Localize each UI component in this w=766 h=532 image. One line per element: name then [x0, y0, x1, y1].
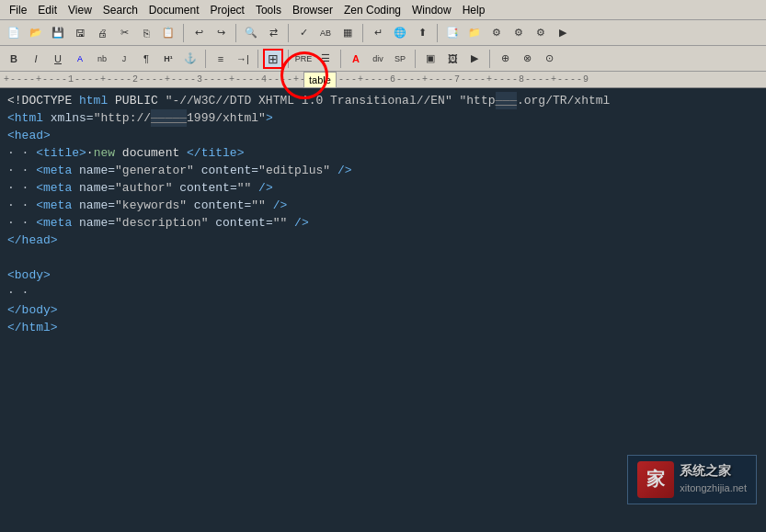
redo-btn[interactable]: ↪ [211, 23, 231, 43]
list-btn[interactable]: ☰ [315, 49, 336, 69]
menu-window[interactable]: Window [406, 2, 457, 18]
table-btn[interactable]: ⊞ [263, 49, 283, 69]
code-line-11: <body> [0, 266, 766, 284]
ftp-btn[interactable]: ⬆ [412, 23, 432, 43]
save-btn[interactable]: 💾 [48, 23, 68, 43]
menu-browser[interactable]: Browser [287, 2, 338, 18]
separator9 [340, 50, 341, 68]
paste-btn[interactable]: 📋 [158, 23, 178, 43]
code-line-12: · · [0, 284, 766, 301]
code-line-7: · · <meta name="keywords" content="" /> [0, 197, 766, 214]
undo-btn[interactable]: ↩ [189, 23, 209, 43]
menu-project[interactable]: Project [205, 2, 250, 18]
code-line-9: </head> [0, 232, 766, 249]
spell-btn[interactable]: ✓ [293, 23, 314, 43]
separator4 [362, 24, 363, 42]
nb-btn[interactable]: nb [92, 49, 112, 69]
find-btn[interactable]: 🔍 [241, 23, 261, 43]
menu-document[interactable]: Document [143, 2, 205, 18]
proj-btn[interactable]: 📁 [464, 23, 485, 43]
separator7 [257, 50, 258, 68]
pre-btn[interactable]: PRE [293, 49, 314, 69]
misc2-btn[interactable]: ⊗ [517, 49, 537, 69]
cut-btn[interactable]: ✂ [114, 23, 134, 43]
misc3-btn[interactable]: ⊙ [539, 49, 559, 69]
code-line-5: · · <meta name="generator" content="edit… [0, 162, 766, 179]
menu-zen-coding[interactable]: Zen Coding [338, 2, 406, 18]
tool4-btn[interactable]: ⚙ [509, 23, 529, 43]
separator2 [235, 24, 236, 42]
j-btn[interactable]: J [114, 49, 134, 69]
main-content: 📄 📂 💾 🖫 🖨 ✂ ⎘ 📋 ↩ ↪ 🔍 ⇄ ✓ AB ▦ ↵ 🌐 ⬆ 📑 📁… [0, 20, 766, 532]
bold-btn[interactable]: B [4, 49, 24, 69]
code-line-10 [0, 249, 766, 266]
browser-preview-btn[interactable]: 🌐 [390, 23, 410, 43]
watermark-site: 系统之家 [680, 462, 747, 480]
menu-view[interactable]: View [63, 2, 97, 18]
watermark-icon: 家 [637, 461, 674, 498]
ab-btn[interactable]: AB [315, 23, 336, 43]
wrap-btn[interactable]: ↵ [368, 23, 388, 43]
italic-btn[interactable]: I [26, 49, 46, 69]
watermark-inner: 家 系统之家 xitongzhijia.net [627, 455, 757, 504]
col-select-btn[interactable]: ▦ [337, 23, 358, 43]
div-btn[interactable]: div [368, 49, 388, 69]
para-btn[interactable]: ¶ [136, 49, 156, 69]
menubar: File Edit View Search Document Project T… [0, 0, 766, 20]
menu-edit[interactable]: Edit [32, 2, 63, 18]
separator3 [288, 24, 289, 42]
anchor-btn[interactable]: ⚓ [180, 49, 200, 69]
code-line-1: <!DOCTYPE html PUBLIC "-//W3C//DTD XHTML… [0, 92, 766, 109]
watermark: 家 系统之家 xitongzhijia.net [627, 455, 757, 504]
menu-help[interactable]: Help [457, 2, 491, 18]
underline-btn[interactable]: U [48, 49, 68, 69]
tooltip: table [303, 72, 337, 88]
code-line-3: <head> [0, 127, 766, 144]
menu-file[interactable]: File [4, 2, 32, 18]
print-btn[interactable]: 🖨 [92, 23, 112, 43]
align-btn[interactable]: ≡ [211, 49, 231, 69]
watermark-url: xitongzhijia.net [680, 480, 747, 497]
replace-btn[interactable]: ⇄ [263, 23, 283, 43]
separator8 [288, 50, 289, 68]
new-btn[interactable]: 📄 [4, 23, 24, 43]
open-btn[interactable]: 📂 [26, 23, 46, 43]
toolbar-row1: 📄 📂 💾 🖫 🖨 ✂ ⎘ 📋 ↩ ↪ 🔍 ⇄ ✓ AB ▦ ↵ 🌐 ⬆ 📑 📁… [0, 20, 766, 46]
separator11 [489, 50, 490, 68]
watermark-text-block: 系统之家 xitongzhijia.net [680, 462, 747, 497]
copy-btn[interactable]: ⎘ [136, 23, 156, 43]
separator6 [205, 50, 206, 68]
frame-btn[interactable]: ▣ [420, 49, 440, 69]
menu-search[interactable]: Search [97, 2, 143, 18]
font-btn[interactable]: A [70, 49, 90, 69]
separator1 [183, 24, 184, 42]
flash-btn[interactable]: ▶ [464, 49, 485, 69]
h-btn[interactable]: H¹ [158, 49, 178, 69]
menu-tools[interactable]: Tools [250, 2, 287, 18]
ruler: +----+----1----+----2----+----3----+----… [0, 72, 766, 88]
ruler-text: +----+----1----+----2----+----3----+----… [4, 74, 589, 85]
code-area[interactable]: <!DOCTYPE html PUBLIC "-//W3C//DTD XHTML… [0, 88, 766, 532]
code-line-2: <html xmlns="http://―――――1999/xhtml"> [0, 109, 766, 127]
tool3-btn[interactable]: ⚙ [486, 23, 507, 43]
tool5-btn[interactable]: ⚙ [531, 23, 551, 43]
sp-btn[interactable]: SP [390, 49, 410, 69]
code-line-13: </body> [0, 301, 766, 319]
code-line-8: · · <meta name="description" content="" … [0, 214, 766, 232]
misc1-btn[interactable]: ⊕ [495, 49, 515, 69]
code-line-4: · · <title>·new document </title> [0, 144, 766, 162]
image-btn[interactable]: 🖼 [442, 49, 463, 69]
toolbar-row2: B I U A nb J ¶ H¹ ⚓ ≡ →| ⊞ PRE ☰ A div S… [0, 46, 766, 72]
code-line-6: · · <meta name="author" content="" /> [0, 179, 766, 197]
separator5 [437, 24, 438, 42]
tool6-btn[interactable]: ▶ [553, 23, 573, 43]
save-all-btn[interactable]: 🖫 [70, 23, 90, 43]
font-color-btn[interactable]: A [346, 49, 366, 69]
separator10 [415, 50, 416, 68]
tooltip-text: table [309, 74, 331, 85]
code-line-14: </html> [0, 319, 766, 336]
snippets-btn[interactable]: 📑 [442, 23, 463, 43]
indent-btn[interactable]: →| [233, 49, 253, 69]
